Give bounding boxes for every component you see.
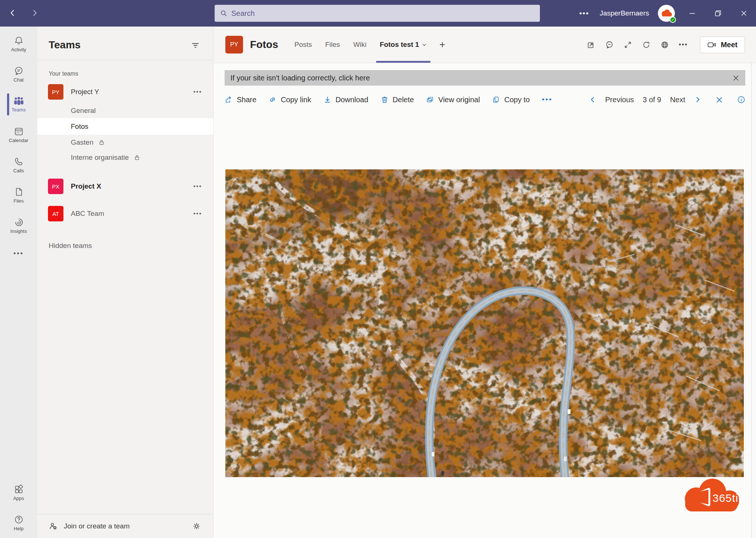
avatar[interactable]: ✓ [658, 5, 675, 22]
maximize-button[interactable] [710, 6, 726, 21]
tab-posts[interactable]: Posts [288, 27, 319, 63]
user-name[interactable]: JasperBernaers [600, 9, 649, 17]
expand-icon[interactable] [624, 41, 632, 49]
toolbar-more-icon[interactable]: ••• [542, 96, 552, 104]
team-name: ABC Team [71, 210, 104, 218]
view-original-button[interactable]: View original [426, 96, 480, 104]
refresh-icon[interactable] [642, 41, 651, 49]
channel-fotos[interactable]: Fotos [37, 118, 213, 135]
trash-icon [381, 96, 389, 104]
rail-item-calendar[interactable]: Calendar [0, 120, 37, 150]
help-question-icon [14, 515, 24, 524]
chat-icon[interactable] [605, 41, 614, 49]
copy-link-button[interactable]: Copy link [268, 96, 311, 104]
filter-icon[interactable] [191, 41, 200, 49]
team-row-project-x[interactable]: PX Project X ••• [37, 175, 213, 197]
camera-icon [707, 41, 716, 48]
search-input[interactable] [231, 9, 535, 18]
lock-icon [134, 154, 140, 161]
previous-button[interactable]: Previous [605, 96, 634, 104]
search-icon [220, 9, 228, 17]
share-button[interactable]: Share [225, 96, 256, 104]
channel-label: Fotos [71, 123, 89, 131]
delete-button[interactable]: Delete [381, 96, 414, 104]
channel-header: PY Fotos Posts Files Wiki Fotos test 1 + [214, 27, 756, 63]
team-row-project-y[interactable]: PY Project Y ••• [37, 81, 213, 103]
action-label: Delete [393, 96, 414, 104]
meet-button[interactable]: Meet [700, 37, 745, 53]
rail-item-calls[interactable]: Calls [0, 150, 37, 180]
phone-icon [14, 157, 24, 166]
previous-chevron-icon[interactable] [589, 96, 596, 103]
title-bar: ••• JasperBernaers ✓ [0, 0, 756, 27]
teams-people-icon [13, 97, 24, 106]
calendar-icon [14, 127, 24, 136]
presence-available-icon: ✓ [670, 17, 676, 23]
channel-label: Interne organisatie [71, 154, 129, 162]
banner-close-icon[interactable] [732, 75, 739, 82]
team-more-icon[interactable]: ••• [193, 210, 202, 217]
scrollbar[interactable] [751, 63, 756, 538]
channel-interne-organisatie[interactable]: Interne organisatie [37, 150, 213, 165]
open-in-new-window-icon[interactable] [587, 41, 595, 49]
forward-arrow-icon[interactable] [30, 8, 40, 18]
close-viewer-icon[interactable] [715, 96, 723, 104]
meet-label: Meet [721, 41, 738, 49]
banner-text[interactable]: If your site isn't loading correctly, cl… [230, 74, 370, 82]
sidebar-title: Teams [49, 39, 81, 51]
tab-fotos-test-1[interactable]: Fotos test 1 [373, 27, 434, 63]
channel-gasten[interactable]: Gasten [37, 135, 213, 150]
team-more-icon[interactable]: ••• [193, 88, 202, 96]
tab-files[interactable]: Files [319, 27, 347, 63]
hidden-teams-label[interactable]: Hidden teams [49, 242, 213, 250]
join-or-create-team-button[interactable]: Join or create a team [37, 514, 213, 538]
next-chevron-icon[interactable] [694, 96, 701, 103]
apps-grid-icon [14, 484, 24, 494]
rail-item-help[interactable]: Help [0, 508, 37, 538]
file-icon [14, 187, 24, 197]
channel-label: Gasten [71, 138, 93, 146]
tab-content: If your site isn't loading correctly, cl… [214, 63, 756, 538]
next-button[interactable]: Next [670, 96, 685, 104]
rail-item-files[interactable]: Files [0, 180, 37, 210]
download-button[interactable]: Download [323, 96, 368, 104]
action-label: Share [237, 96, 256, 104]
add-tab-button[interactable]: + [433, 27, 451, 63]
channel-label: General [71, 107, 96, 115]
photo-aerial-winding-road[interactable] [225, 169, 744, 477]
channel-team-avatar: PY [225, 36, 243, 54]
info-icon[interactable] [737, 96, 745, 104]
site-loading-banner: If your site isn't loading correctly, cl… [225, 70, 745, 86]
active-tab-label: Fotos test 1 [380, 41, 419, 49]
rail-item-teams[interactable]: Teams [0, 89, 37, 120]
teams-sidebar: Teams Your teams PY Project Y ••• Genera… [37, 27, 214, 538]
search-bar[interactable] [215, 5, 540, 22]
join-label: Join or create a team [64, 522, 129, 530]
team-name: Project Y [71, 88, 99, 96]
rail-item-activity[interactable]: Activity [0, 29, 37, 59]
copy-to-button[interactable]: Copy to [492, 96, 530, 104]
action-label: Copy link [281, 96, 311, 104]
titlebar-more-icon[interactable]: ••• [578, 9, 591, 18]
tab-wiki[interactable]: Wiki [347, 27, 373, 63]
activity-bell-icon [14, 36, 24, 45]
globe-icon[interactable] [660, 41, 669, 49]
team-row-abc-team[interactable]: AT ABC Team ••• [37, 203, 213, 225]
header-more-icon[interactable]: ••• [679, 41, 688, 49]
back-arrow-icon[interactable] [8, 8, 18, 18]
team-more-icon[interactable]: ••• [193, 183, 202, 190]
365tips-cloud-logo [660, 9, 673, 18]
rail-item-insights[interactable]: Insights [0, 210, 37, 241]
365tips-watermark: 365tips [679, 477, 744, 514]
team-name: Project X [71, 182, 101, 190]
lock-icon [98, 139, 105, 145]
minimize-button[interactable] [684, 6, 701, 21]
gear-icon[interactable] [192, 522, 201, 531]
close-window-icon[interactable] [735, 6, 752, 21]
rail-item-chat[interactable]: Chat [0, 59, 37, 89]
download-icon [323, 96, 332, 104]
pager-position: 3 of 9 [643, 96, 661, 104]
rail-item-apps[interactable]: Apps [0, 477, 37, 508]
channel-general[interactable]: General [37, 103, 213, 118]
rail-more-icon[interactable]: ••• [0, 241, 37, 266]
